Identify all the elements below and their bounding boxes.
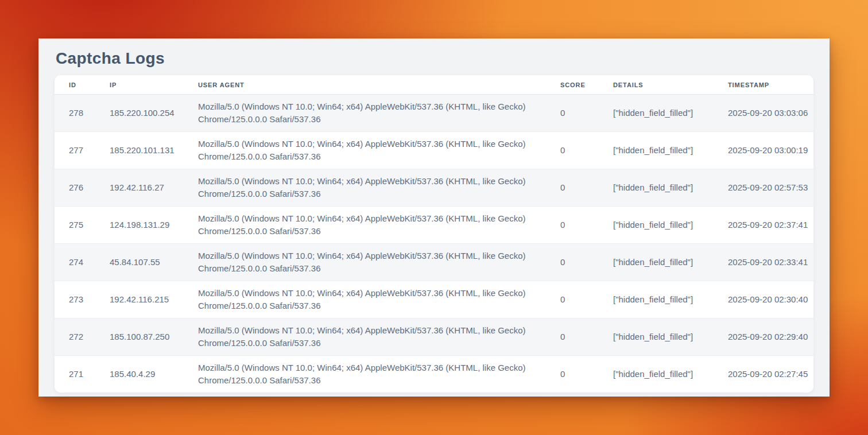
table-row: 271 185.40.4.29 Mozilla/5.0 (Windows NT … bbox=[55, 356, 813, 393]
table-row: 273 192.42.116.215 Mozilla/5.0 (Windows … bbox=[55, 281, 813, 319]
column-header-user-agent: USER AGENT bbox=[198, 75, 560, 95]
cell-ip: 185.100.87.250 bbox=[110, 319, 198, 356]
cell-ip: 185.220.100.254 bbox=[110, 95, 198, 132]
column-header-score: SCORE bbox=[560, 75, 613, 95]
table-row: 277 185.220.101.131 Mozilla/5.0 (Windows… bbox=[55, 132, 813, 169]
cell-user-agent: Mozilla/5.0 (Windows NT 10.0; Win64; x64… bbox=[198, 207, 560, 244]
cell-score: 0 bbox=[560, 95, 613, 132]
cell-details: ["hidden_field_filled"] bbox=[613, 169, 728, 207]
cell-id: 273 bbox=[55, 281, 110, 319]
cell-id: 276 bbox=[55, 169, 110, 207]
cell-score: 0 bbox=[560, 356, 613, 393]
cell-details: ["hidden_field_filled"] bbox=[613, 95, 728, 132]
logs-table: ID IP USER AGENT SCORE DETAILS TIMESTAMP… bbox=[55, 75, 813, 393]
cell-user-agent: Mozilla/5.0 (Windows NT 10.0; Win64; x64… bbox=[198, 281, 560, 319]
table-row: 278 185.220.100.254 Mozilla/5.0 (Windows… bbox=[55, 95, 813, 132]
cell-ip: 192.42.116.27 bbox=[110, 169, 198, 207]
cell-details: ["hidden_field_filled"] bbox=[613, 319, 728, 356]
cell-ip: 45.84.107.55 bbox=[110, 244, 198, 281]
cell-details: ["hidden_field_filled"] bbox=[613, 207, 728, 244]
cell-timestamp: 2025-09-20 02:57:53 bbox=[728, 169, 813, 207]
logs-table-container: ID IP USER AGENT SCORE DETAILS TIMESTAMP… bbox=[55, 75, 813, 393]
column-header-timestamp: TIMESTAMP bbox=[728, 75, 813, 95]
cell-user-agent: Mozilla/5.0 (Windows NT 10.0; Win64; x64… bbox=[198, 95, 560, 132]
table-row: 276 192.42.116.27 Mozilla/5.0 (Windows N… bbox=[55, 169, 813, 207]
cell-id: 272 bbox=[55, 319, 110, 356]
cell-timestamp: 2025-09-20 02:37:41 bbox=[728, 207, 813, 244]
cell-ip: 185.40.4.29 bbox=[110, 356, 198, 393]
cell-user-agent: Mozilla/5.0 (Windows NT 10.0; Win64; x64… bbox=[198, 319, 560, 356]
table-row: 272 185.100.87.250 Mozilla/5.0 (Windows … bbox=[55, 319, 813, 356]
cell-id: 274 bbox=[55, 244, 110, 281]
cell-ip: 124.198.131.29 bbox=[110, 207, 198, 244]
cell-score: 0 bbox=[560, 319, 613, 356]
table-row: 275 124.198.131.29 Mozilla/5.0 (Windows … bbox=[55, 207, 813, 244]
logs-table-body: 278 185.220.100.254 Mozilla/5.0 (Windows… bbox=[55, 95, 813, 393]
cell-timestamp: 2025-09-20 02:29:40 bbox=[728, 319, 813, 356]
cell-user-agent: Mozilla/5.0 (Windows NT 10.0; Win64; x64… bbox=[198, 244, 560, 281]
cell-details: ["hidden_field_filled"] bbox=[613, 281, 728, 319]
logs-table-header: ID IP USER AGENT SCORE DETAILS TIMESTAMP bbox=[55, 75, 813, 95]
header-row: ID IP USER AGENT SCORE DETAILS TIMESTAMP bbox=[55, 75, 813, 95]
cell-user-agent: Mozilla/5.0 (Windows NT 10.0; Win64; x64… bbox=[198, 169, 560, 207]
cell-details: ["hidden_field_filled"] bbox=[613, 244, 728, 281]
cell-id: 278 bbox=[55, 95, 110, 132]
column-header-ip: IP bbox=[110, 75, 198, 95]
column-header-details: DETAILS bbox=[613, 75, 728, 95]
cell-details: ["hidden_field_filled"] bbox=[613, 132, 728, 169]
cell-id: 275 bbox=[55, 207, 110, 244]
page-title: Captcha Logs bbox=[55, 38, 813, 69]
cell-score: 0 bbox=[560, 207, 613, 244]
cell-timestamp: 2025-09-20 03:00:19 bbox=[728, 132, 813, 169]
captcha-logs-card: Captcha Logs ID IP USER AGENT SCORE DETA… bbox=[38, 38, 830, 397]
cell-score: 0 bbox=[560, 244, 613, 281]
cell-id: 277 bbox=[55, 132, 110, 169]
cell-ip: 192.42.116.215 bbox=[110, 281, 198, 319]
cell-score: 0 bbox=[560, 132, 613, 169]
cell-timestamp: 2025-09-20 02:30:40 bbox=[728, 281, 813, 319]
cell-timestamp: 2025-09-20 02:27:45 bbox=[728, 356, 813, 393]
cell-id: 271 bbox=[55, 356, 110, 393]
cell-ip: 185.220.101.131 bbox=[110, 132, 198, 169]
cell-details: ["hidden_field_filled"] bbox=[613, 356, 728, 393]
cell-timestamp: 2025-09-20 03:03:06 bbox=[728, 95, 813, 132]
cell-score: 0 bbox=[560, 169, 613, 207]
column-header-id: ID bbox=[55, 75, 110, 95]
cell-user-agent: Mozilla/5.0 (Windows NT 10.0; Win64; x64… bbox=[198, 356, 560, 393]
cell-timestamp: 2025-09-20 02:33:41 bbox=[728, 244, 813, 281]
table-row: 274 45.84.107.55 Mozilla/5.0 (Windows NT… bbox=[55, 244, 813, 281]
cell-user-agent: Mozilla/5.0 (Windows NT 10.0; Win64; x64… bbox=[198, 132, 560, 169]
cell-score: 0 bbox=[560, 281, 613, 319]
